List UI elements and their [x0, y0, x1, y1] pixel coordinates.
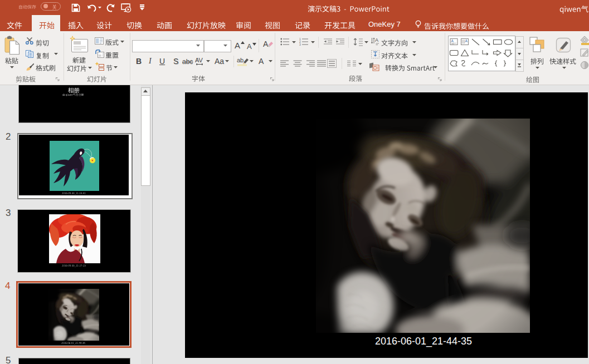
- svg-text:A: A: [263, 40, 269, 48]
- svg-text:3: 3: [299, 43, 301, 46]
- svg-text:AV: AV: [195, 57, 203, 63]
- svg-text:A: A: [465, 39, 468, 43]
- svg-text:A: A: [375, 37, 378, 43]
- svg-text:ab: ab: [237, 57, 244, 63]
- svg-text:A: A: [451, 39, 454, 43]
